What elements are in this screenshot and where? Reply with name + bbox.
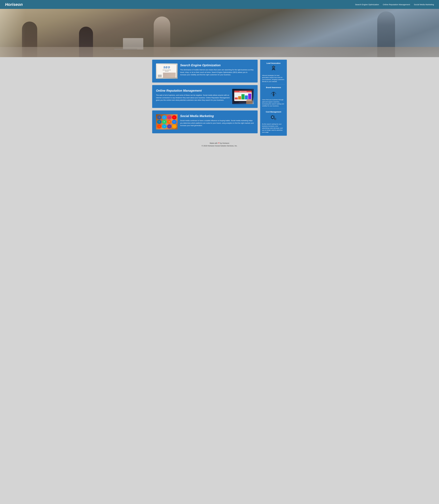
- hero-section: [0, 9, 439, 57]
- cost-management-icon: $ $: [270, 114, 277, 122]
- lead-generation-section: Lead Generation $ Inbound strategies: [262, 62, 285, 82]
- page-wrapper: SEO BACKLINK RANKINGHEADING Search Engin…: [0, 57, 439, 138]
- main-content: SEO BACKLINK RANKINGHEADING Search Engin…: [152, 60, 258, 136]
- smm-title: Social Media Marketing: [180, 114, 254, 118]
- cost-management-section: Cost Management: [262, 111, 285, 133]
- footer-made-with-text: Made with: [210, 142, 218, 144]
- seo-body: The dominance of mobile internet use mea…: [180, 69, 254, 76]
- orm-image: REPUTATION: [232, 89, 254, 104]
- smm-card: f t 📷 ▶ in 💬 LIKE TWEET r/ sky tv 💡: [152, 110, 258, 133]
- nav-seo[interactable]: Search Engine Optimization: [355, 3, 379, 6]
- svg-rect-3: [273, 68, 274, 69]
- lead-generation-title: Lead Generation: [266, 62, 280, 64]
- seo-title: Search Engine Optimization: [180, 63, 254, 67]
- brand-awareness-body: Users find your business through paid an…: [262, 99, 285, 107]
- nav-smm[interactable]: Social Media Marketing: [414, 3, 434, 6]
- smm-text: Social Media Marketing Social media cont…: [180, 114, 254, 127]
- cost-management-title: Cost Management: [266, 111, 281, 113]
- site-logo: Horiseon: [5, 2, 23, 7]
- hero-overlay: [0, 9, 439, 57]
- main-nav: Search Engine Optimization Online Reputa…: [355, 3, 434, 6]
- lead-generation-icon: $: [270, 65, 277, 73]
- svg-rect-14: [274, 117, 275, 117]
- footer-made-with: Made with ❤ by Horiseon: [2, 142, 437, 144]
- lead-generation-body: Inbound strategies for lead generation r…: [262, 74, 285, 82]
- smm-body: Social media continues to have a sizable…: [180, 119, 254, 127]
- svg-text:$: $: [272, 117, 273, 118]
- sidebar: Lead Generation $ Inbound strategies: [260, 60, 287, 136]
- orm-text: Online Reputation Management The web is …: [156, 89, 230, 101]
- svg-text:$: $: [273, 67, 274, 68]
- brand-awareness-section: Brand Awareness Users find your business…: [262, 86, 285, 107]
- orm-title: Online Reputation Management: [156, 89, 230, 93]
- svg-rect-8: [273, 95, 274, 96]
- seo-text: Search Engine Optimization The dominance…: [180, 63, 254, 76]
- cost-management-body: As the search ranking for your business …: [262, 123, 285, 133]
- footer-by: by Horiseon: [220, 142, 229, 144]
- sidebar-divider-2: [262, 109, 285, 109]
- brand-awareness-title: Brand Awareness: [266, 86, 281, 88]
- svg-rect-2: [273, 66, 274, 66]
- orm-body: The web is full of opinions, and some of…: [156, 94, 230, 101]
- nav-orm[interactable]: Online Reputation Management: [383, 3, 410, 6]
- svg-text:$: $: [275, 119, 275, 119]
- footer-copyright: © 2019 Horiseon Social Solution Services…: [2, 145, 437, 147]
- smm-image: f t 📷 ▶ in 💬 LIKE TWEET r/ sky tv 💡: [156, 114, 178, 129]
- orm-card: REPUTATION Online Reputatio: [152, 85, 258, 108]
- svg-point-6: [273, 94, 275, 95]
- svg-rect-11: [272, 115, 273, 116]
- site-header: Horiseon Search Engine Optimization Onli…: [0, 0, 439, 9]
- brand-awareness-icon: [270, 90, 277, 98]
- seo-image: SEO BACKLINK RANKINGHEADING: [156, 63, 178, 79]
- svg-rect-13: [270, 117, 271, 117]
- svg-rect-12: [272, 118, 273, 119]
- content-row: SEO BACKLINK RANKINGHEADING Search Engin…: [152, 60, 287, 136]
- site-footer: Made with ❤ by Horiseon © 2019 Horiseon …: [0, 138, 439, 150]
- seo-card: SEO BACKLINK RANKINGHEADING Search Engin…: [152, 60, 258, 82]
- footer-heart: ❤: [218, 142, 220, 144]
